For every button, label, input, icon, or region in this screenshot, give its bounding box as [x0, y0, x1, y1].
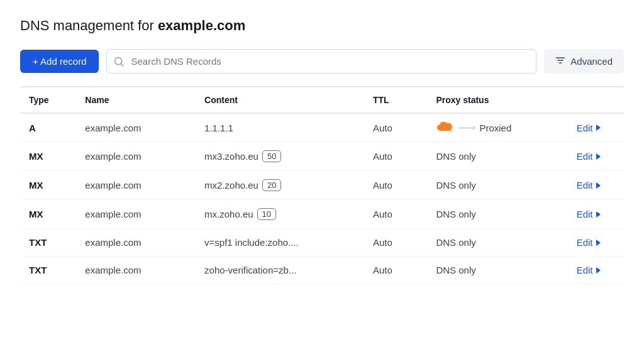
cell-name: example.com	[76, 229, 196, 257]
table-row: MXexample.commx.zoho.eu10AutoDNS onlyEdi…	[20, 200, 624, 229]
arrow-right-icon	[596, 267, 601, 274]
search-input[interactable]	[106, 49, 536, 74]
table-header-row: Type Name Content TTL Proxy status	[20, 87, 624, 113]
arrow-right-icon	[596, 153, 601, 160]
cell-proxy-status: ——›Proxied	[427, 113, 567, 142]
cell-ttl: Auto	[364, 113, 427, 142]
search-wrapper	[106, 49, 536, 74]
cell-name: example.com	[76, 171, 196, 200]
table-row: Aexample.com1.1.1.1Auto ——›ProxiedEdit	[20, 113, 624, 142]
advanced-button[interactable]: Advanced	[544, 49, 624, 74]
cell-content: 1.1.1.1	[196, 113, 364, 142]
cell-action: Edit	[568, 113, 624, 142]
cell-action: Edit	[568, 142, 624, 171]
col-header-type: Type	[20, 87, 76, 113]
dns-records-table: Type Name Content TTL Proxy status Aexam…	[20, 86, 624, 284]
priority-badge: 10	[257, 208, 276, 220]
cell-action: Edit	[568, 171, 624, 200]
cell-type: TXT	[20, 257, 76, 284]
col-header-action	[568, 87, 624, 113]
arrow-right-icon	[596, 240, 601, 246]
table-row: TXTexample.comzoho-verification=zb...Aut…	[20, 257, 624, 284]
cell-name: example.com	[76, 113, 196, 142]
edit-button[interactable]: Edit	[577, 237, 615, 248]
cell-ttl: Auto	[364, 171, 427, 200]
cell-type: MX	[20, 171, 76, 200]
svg-point-5	[451, 130, 453, 132]
cell-proxy-status: DNS only	[427, 200, 567, 229]
arrow-right-icon	[596, 182, 601, 189]
svg-line-1	[121, 64, 124, 66]
cell-type: TXT	[20, 229, 76, 257]
cell-type: MX	[20, 142, 76, 171]
cell-type: A	[20, 113, 76, 142]
cell-ttl: Auto	[364, 200, 427, 229]
cell-proxy-status: DNS only	[427, 171, 567, 200]
edit-button[interactable]: Edit	[577, 180, 615, 191]
cell-action: Edit	[568, 229, 624, 257]
cell-name: example.com	[76, 142, 196, 171]
cell-content: mx3.zoho.eu50	[196, 142, 364, 171]
filter-icon	[555, 55, 565, 67]
cell-action: Edit	[568, 200, 624, 229]
cell-ttl: Auto	[364, 229, 427, 257]
priority-badge: 20	[262, 179, 281, 191]
cell-content: zoho-verification=zb...	[196, 257, 364, 284]
cell-name: example.com	[76, 200, 196, 229]
cell-ttl: Auto	[364, 142, 427, 171]
cell-proxy-status: DNS only	[427, 257, 567, 284]
table-row: TXTexample.comv=spf1 include:zoho....Aut…	[20, 229, 624, 257]
cell-content: mx2.zoho.eu20	[196, 171, 364, 200]
cell-content: v=spf1 include:zoho....	[196, 229, 364, 257]
arrow-right-icon	[596, 211, 601, 218]
edit-button[interactable]: Edit	[577, 151, 615, 162]
add-record-button[interactable]: + Add record	[20, 50, 99, 73]
cell-action: Edit	[568, 257, 624, 284]
search-icon	[114, 57, 124, 67]
cloud-proxied-icon	[436, 122, 453, 133]
table-row: MXexample.commx2.zoho.eu20AutoDNS onlyEd…	[20, 171, 624, 200]
priority-badge: 50	[262, 150, 281, 162]
cell-type: MX	[20, 200, 76, 229]
table-row: MXexample.commx3.zoho.eu50AutoDNS onlyEd…	[20, 142, 624, 171]
col-header-content: Content	[196, 87, 364, 113]
page-title: DNS management for example.com	[20, 18, 624, 34]
cell-ttl: Auto	[364, 257, 427, 284]
cell-name: example.com	[76, 257, 196, 284]
edit-button[interactable]: Edit	[577, 123, 615, 133]
col-header-name: Name	[76, 87, 196, 113]
toolbar: + Add record Advanced	[20, 49, 624, 74]
edit-button[interactable]: Edit	[577, 209, 615, 219]
cell-proxy-status: DNS only	[427, 229, 567, 257]
cell-content: mx.zoho.eu10	[196, 200, 364, 229]
edit-button[interactable]: Edit	[577, 265, 615, 275]
arrow-right-icon	[596, 124, 601, 131]
col-header-proxy-status: Proxy status	[427, 87, 567, 113]
cell-proxy-status: DNS only	[427, 142, 567, 171]
col-header-ttl: TTL	[364, 87, 427, 113]
